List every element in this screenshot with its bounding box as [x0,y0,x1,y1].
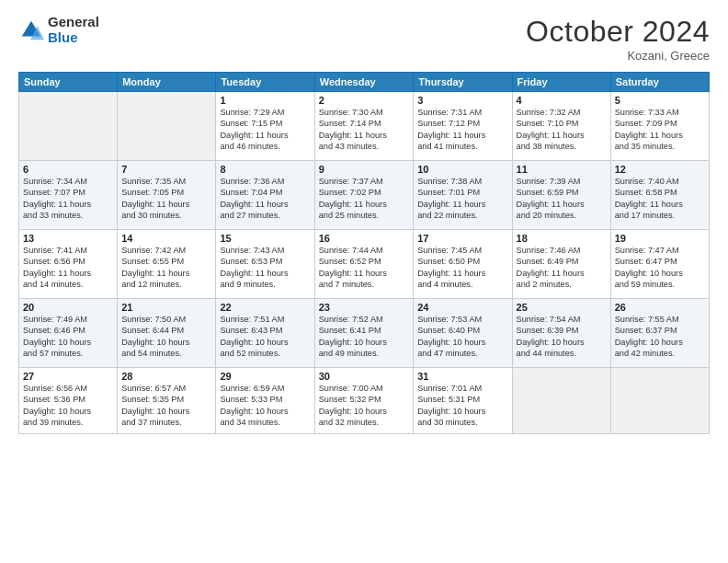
calendar-week-row: 27Sunrise: 6:56 AM Sunset: 5:36 PM Dayli… [19,368,710,434]
day-number: 29 [220,371,310,382]
day-number: 22 [220,302,310,313]
day-number: 20 [23,302,113,313]
table-row: 16Sunrise: 7:44 AM Sunset: 6:52 PM Dayli… [314,230,414,299]
day-info: Sunrise: 7:47 AM Sunset: 6:47 PM Dayligh… [615,245,705,291]
table-row: 19Sunrise: 7:47 AM Sunset: 6:47 PM Dayli… [610,230,709,299]
day-info: Sunrise: 7:41 AM Sunset: 6:56 PM Dayligh… [23,245,113,291]
day-number: 31 [417,371,507,382]
col-friday: Friday [512,73,610,92]
day-number: 4 [517,95,607,106]
day-info: Sunrise: 6:57 AM Sunset: 5:35 PM Dayligh… [121,383,211,429]
day-number: 23 [319,302,410,313]
day-number: 5 [615,95,705,106]
day-number: 24 [417,302,507,313]
day-number: 25 [517,302,607,313]
day-info: Sunrise: 7:29 AM Sunset: 7:15 PM Dayligh… [220,107,310,153]
day-number: 10 [417,164,507,175]
day-number: 30 [319,371,410,382]
calendar-week-row: 6Sunrise: 7:34 AM Sunset: 7:07 PM Daylig… [19,161,710,230]
day-number: 11 [517,164,607,175]
day-number: 27 [23,371,113,382]
day-number: 16 [319,233,410,244]
col-saturday: Saturday [610,73,709,92]
table-row: 25Sunrise: 7:54 AM Sunset: 6:39 PM Dayli… [512,299,610,368]
day-info: Sunrise: 7:36 AM Sunset: 7:04 PM Dayligh… [220,176,310,222]
month-title: October 2024 [526,15,710,49]
table-row: 13Sunrise: 7:41 AM Sunset: 6:56 PM Dayli… [19,230,118,299]
table-row: 20Sunrise: 7:49 AM Sunset: 6:46 PM Dayli… [19,299,118,368]
table-row: 21Sunrise: 7:50 AM Sunset: 6:44 PM Dayli… [118,299,216,368]
table-row: 23Sunrise: 7:52 AM Sunset: 6:41 PM Dayli… [314,299,414,368]
day-info: Sunrise: 7:32 AM Sunset: 7:10 PM Dayligh… [517,107,607,153]
table-row: 17Sunrise: 7:45 AM Sunset: 6:50 PM Dayli… [414,230,512,299]
table-row: 12Sunrise: 7:40 AM Sunset: 6:58 PM Dayli… [610,161,709,230]
day-number: 13 [23,233,113,244]
table-row: 5Sunrise: 7:33 AM Sunset: 7:09 PM Daylig… [610,92,709,161]
table-row: 18Sunrise: 7:46 AM Sunset: 6:49 PM Dayli… [512,230,610,299]
title-area: October 2024 Kozani, Greece [526,15,710,63]
col-wednesday: Wednesday [314,73,414,92]
table-row: 6Sunrise: 7:34 AM Sunset: 7:07 PM Daylig… [19,161,118,230]
day-number: 19 [615,233,705,244]
day-info: Sunrise: 7:54 AM Sunset: 6:39 PM Dayligh… [517,314,607,360]
col-thursday: Thursday [414,73,512,92]
logo: General Blue [18,15,99,45]
day-number: 9 [319,164,410,175]
day-info: Sunrise: 7:46 AM Sunset: 6:49 PM Dayligh… [517,245,607,291]
day-info: Sunrise: 7:38 AM Sunset: 7:01 PM Dayligh… [417,176,507,222]
day-number: 6 [23,164,113,175]
table-row: 29Sunrise: 6:59 AM Sunset: 5:33 PM Dayli… [216,368,314,434]
day-number: 8 [220,164,310,175]
day-info: Sunrise: 7:52 AM Sunset: 6:41 PM Dayligh… [319,314,410,360]
day-info: Sunrise: 7:50 AM Sunset: 6:44 PM Dayligh… [121,314,211,360]
page: General Blue October 2024 Kozani, Greece… [0,0,728,563]
table-row: 3Sunrise: 7:31 AM Sunset: 7:12 PM Daylig… [414,92,512,161]
table-row: 14Sunrise: 7:42 AM Sunset: 6:55 PM Dayli… [118,230,216,299]
day-info: Sunrise: 7:42 AM Sunset: 6:55 PM Dayligh… [121,245,211,291]
day-number: 15 [220,233,310,244]
calendar-week-row: 1Sunrise: 7:29 AM Sunset: 7:15 PM Daylig… [19,92,710,161]
logo-general-text: General [48,15,99,30]
table-row: 8Sunrise: 7:36 AM Sunset: 7:04 PM Daylig… [216,161,314,230]
col-monday: Monday [118,73,216,92]
table-row: 28Sunrise: 6:57 AM Sunset: 5:35 PM Dayli… [118,368,216,434]
table-row: 26Sunrise: 7:55 AM Sunset: 6:37 PM Dayli… [610,299,709,368]
day-number: 7 [121,164,211,175]
table-row: 15Sunrise: 7:43 AM Sunset: 6:53 PM Dayli… [216,230,314,299]
table-row: 11Sunrise: 7:39 AM Sunset: 6:59 PM Dayli… [512,161,610,230]
day-info: Sunrise: 7:43 AM Sunset: 6:53 PM Dayligh… [220,245,310,291]
day-info: Sunrise: 6:59 AM Sunset: 5:33 PM Dayligh… [220,383,310,429]
day-info: Sunrise: 7:35 AM Sunset: 7:05 PM Dayligh… [121,176,211,222]
table-row: 1Sunrise: 7:29 AM Sunset: 7:15 PM Daylig… [216,92,314,161]
table-row: 10Sunrise: 7:38 AM Sunset: 7:01 PM Dayli… [414,161,512,230]
location: Kozani, Greece [526,49,710,63]
logo-icon [18,17,44,43]
table-row: 4Sunrise: 7:32 AM Sunset: 7:10 PM Daylig… [512,92,610,161]
day-info: Sunrise: 6:56 AM Sunset: 5:36 PM Dayligh… [23,383,113,429]
table-row: 7Sunrise: 7:35 AM Sunset: 7:05 PM Daylig… [118,161,216,230]
day-number: 14 [121,233,211,244]
table-row [118,92,216,161]
day-number: 28 [121,371,211,382]
day-number: 1 [220,95,310,106]
day-number: 2 [319,95,410,106]
day-info: Sunrise: 7:00 AM Sunset: 5:32 PM Dayligh… [319,383,410,429]
logo-text: General Blue [48,15,99,45]
table-row [512,368,610,434]
table-row [19,92,118,161]
day-info: Sunrise: 7:34 AM Sunset: 7:07 PM Dayligh… [23,176,113,222]
table-row: 27Sunrise: 6:56 AM Sunset: 5:36 PM Dayli… [19,368,118,434]
day-info: Sunrise: 7:51 AM Sunset: 6:43 PM Dayligh… [220,314,310,360]
table-row: 22Sunrise: 7:51 AM Sunset: 6:43 PM Dayli… [216,299,314,368]
table-row [610,368,709,434]
day-number: 17 [417,233,507,244]
table-row: 2Sunrise: 7:30 AM Sunset: 7:14 PM Daylig… [314,92,414,161]
day-number: 12 [615,164,705,175]
day-info: Sunrise: 7:49 AM Sunset: 6:46 PM Dayligh… [23,314,113,360]
col-sunday: Sunday [19,73,118,92]
day-info: Sunrise: 7:45 AM Sunset: 6:50 PM Dayligh… [417,245,507,291]
day-info: Sunrise: 7:33 AM Sunset: 7:09 PM Dayligh… [615,107,705,153]
day-info: Sunrise: 7:37 AM Sunset: 7:02 PM Dayligh… [319,176,410,222]
day-info: Sunrise: 7:30 AM Sunset: 7:14 PM Dayligh… [319,107,410,153]
day-number: 26 [615,302,705,313]
